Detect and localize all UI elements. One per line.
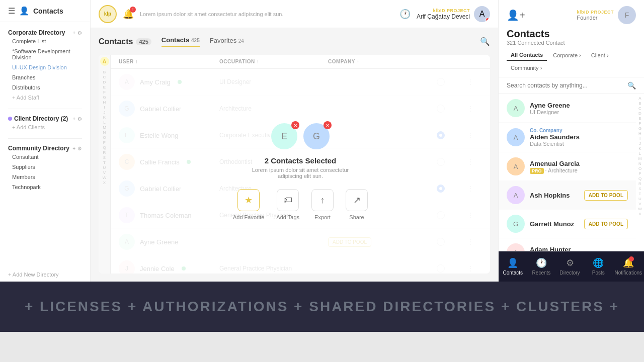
rp-project: klbID PROJECT [577, 10, 614, 15]
rp-nav-recents[interactable]: 🕐 Recents [527, 255, 556, 278]
main-wrapper: ☰ 👤 Contacts Corporate Directory + ⚙ Com… [0, 0, 644, 362]
rp-contact-item[interactable]: A Co. Company Aiden Saunders Data Scient… [499, 123, 636, 152]
action-export[interactable]: ↑ Export [311, 189, 334, 220]
action-share[interactable]: ↗ Share [346, 189, 368, 220]
rp-nav-notifications-label: Notifications [615, 270, 642, 276]
logo-text: klp [104, 11, 111, 17]
add-clients-link[interactable]: + Add Clients [8, 122, 82, 132]
sidebar-item-suppliers[interactable]: Suppliers [8, 162, 82, 172]
main-panel-header: Contacts 425 Contacts 425 Favorites 24 🔍 [99, 36, 490, 47]
rp-nav-contacts[interactable]: 👤 Contacts [499, 255, 527, 278]
action-buttons: ★ Add Favorite 🏷 Add Tags [233, 189, 368, 220]
rp-contact-item-ash[interactable]: A Ash Hopkins ADD TO POOL [499, 181, 636, 210]
rp-subtitle: 321 Connected Contact [499, 40, 644, 50]
clock-icon[interactable]: 🕐 [399, 9, 411, 20]
sidebar-section-community: Community Directory + ⚙ Consultant Suppl… [0, 142, 90, 195]
az-letter-index: BCDEFGHIJKLMNOPQRSTUVWX [102, 68, 108, 187]
section-label-client[interactable]: Client Directory (2) [14, 115, 68, 122]
th-company[interactable]: COMPANY ↑ [328, 59, 437, 64]
rp-tab-community[interactable]: Community › [507, 63, 546, 73]
sidebar-item-complete-list[interactable]: Complete List [8, 36, 82, 46]
rp-nav-directory-icon: ⚙ [566, 257, 574, 268]
notification-badge: ! [130, 7, 136, 13]
section-label-community[interactable]: Community Directory [8, 145, 69, 152]
menu-icon[interactable]: ☰ [8, 6, 15, 16]
table-main: USER ↑ OCCUPATION ↑ COMPANY ↑ [111, 55, 490, 274]
section-actions-community: + ⚙ [72, 146, 82, 151]
rp-nav-recents-label: Recents [532, 270, 551, 276]
tab-contacts[interactable]: Contacts 425 [162, 36, 200, 47]
tabs-area: Contacts 425 Contacts 425 Favorites 24 [99, 36, 244, 47]
export-icon: ↑ [311, 189, 334, 211]
notification-bell-area: ! 🔔 [123, 9, 134, 20]
pro-badge: PRO [530, 168, 544, 174]
rp-contact-item-adam[interactable]: A Adam Hunter Architecture [499, 238, 636, 251]
section-header-corporate: Corporate Directory + ⚙ [8, 29, 82, 36]
topbar-user-info: klbID PROJECT Arif Çağatay Deveci [417, 8, 470, 20]
rp-contact-info-amenual: Amenual Garcia PRO · Architecture [530, 160, 628, 173]
share-icon: ↗ [346, 189, 368, 211]
rp-avatar-aiden: A [507, 128, 525, 146]
rp-nav-notifications[interactable]: 🔔 Notifications [613, 255, 644, 278]
rp-search-icon[interactable]: 🔍 [627, 81, 636, 89]
sidebar-title: Contacts [33, 7, 63, 15]
rp-search-bar: 🔍 [499, 77, 644, 94]
rp-contact-item-garrett[interactable]: G Garrett Munoz ADD TO POOL [499, 210, 636, 238]
rp-tab-client[interactable]: Client › [587, 50, 613, 61]
rp-contact-info-adam: Adam Hunter Architecture [530, 246, 628, 251]
rp-header: 👤+ klbID PROJECT Founder F [499, 0, 644, 24]
topbar-avatar[interactable]: A [474, 6, 490, 22]
rp-nav-posts[interactable]: 🌐 Posts [584, 255, 613, 278]
rp-search-input[interactable] [507, 82, 627, 89]
sidebar-item-distributors[interactable]: Distributors [8, 82, 82, 93]
rp-contact-item[interactable]: A Ayne Greene UI Designer [499, 94, 636, 123]
settings-community-btn[interactable]: ⚙ [77, 146, 82, 151]
add-to-pool-garrett-btn[interactable]: ADD TO POOL [584, 219, 628, 229]
add-client-btn[interactable]: + [72, 116, 75, 122]
client-label-wrap: Client Directory (2) [8, 115, 68, 122]
sidebar-item-branches[interactable]: Branches [8, 72, 82, 82]
right-panel: 👤+ klbID PROJECT Founder F Contacts 321 … [498, 0, 644, 282]
sidebar-item-uiux[interactable]: UI-UX Design Division [8, 62, 82, 72]
action-add-tags[interactable]: 🏷 Add Tags [276, 189, 299, 220]
th-user[interactable]: USER ↑ [119, 59, 219, 64]
add-corporate-btn[interactable]: + [72, 30, 75, 36]
sidebar-item-software-dev[interactable]: *Software Development Division [8, 46, 82, 62]
rp-tab-corporate[interactable]: Corporate › [549, 50, 585, 61]
add-to-pool-ash-btn[interactable]: ADD TO POOL [584, 190, 628, 201]
settings-corporate-btn[interactable]: ⚙ [77, 30, 82, 36]
rp-nav-directory[interactable]: ⚙ Directory [555, 255, 584, 278]
section-header-community: Community Directory + ⚙ [8, 145, 82, 152]
section-label-corporate[interactable]: Corporate Directory [8, 29, 65, 36]
search-contacts-btn[interactable]: 🔍 [480, 37, 490, 46]
settings-client-btn[interactable]: ⚙ [77, 116, 82, 122]
sidebar-item-technopark[interactable]: Technopark [8, 182, 82, 192]
th-occupation[interactable]: OCCUPATION ↑ [219, 59, 328, 64]
rp-header-right: klbID PROJECT Founder F [577, 6, 636, 24]
add-community-btn[interactable]: + [72, 146, 75, 151]
rp-avatar[interactable]: F [618, 6, 636, 24]
selection-overlay: E ✕ G ✕ 2 Contacts [111, 69, 490, 274]
rp-user-icon[interactable]: 👤+ [507, 9, 525, 21]
rp-nav-contacts-label: Contacts [503, 270, 523, 276]
bottom-banner: + LICENSES + AUTHORIZATIONS + SHARED DIR… [0, 282, 644, 332]
rp-contacts-area: A Ayne Greene UI Designer A Co. Company [499, 94, 644, 251]
letter-index: A BCDEFGHIJKLMNOPQRSTUVWX [99, 55, 111, 274]
rp-tab-all-contacts[interactable]: All Contacts [507, 50, 547, 61]
add-new-directory-link[interactable]: + Add New Directory [0, 267, 90, 282]
rp-contact-name: Aiden Saunders [530, 133, 628, 141]
rp-contact-info-ash: Ash Hopkins [530, 192, 579, 199]
sidebar-item-consultant[interactable]: Consultant [8, 152, 82, 162]
add-staff-link[interactable]: + Add Staff [8, 93, 82, 103]
rp-contact-item[interactable]: A Amenual Garcia PRO · Architecture [499, 152, 636, 181]
topbar-project: klbID PROJECT [417, 8, 470, 13]
sel-close-2[interactable]: ✕ [324, 121, 332, 129]
rp-avatar-ayne: A [507, 99, 525, 117]
main-panel: Contacts 425 Contacts 425 Favorites 24 🔍 [91, 28, 498, 282]
tab-favorites[interactable]: Favorites 24 [210, 37, 244, 46]
action-add-favorite[interactable]: ★ Add Favorite [233, 189, 264, 220]
sidebar-item-members[interactable]: Members [8, 172, 82, 182]
contacts-scroll[interactable]: A Amy Craig UI Designer ⋮ [111, 69, 490, 274]
sel-close-1[interactable]: ✕ [291, 121, 299, 129]
th-more [467, 59, 482, 64]
